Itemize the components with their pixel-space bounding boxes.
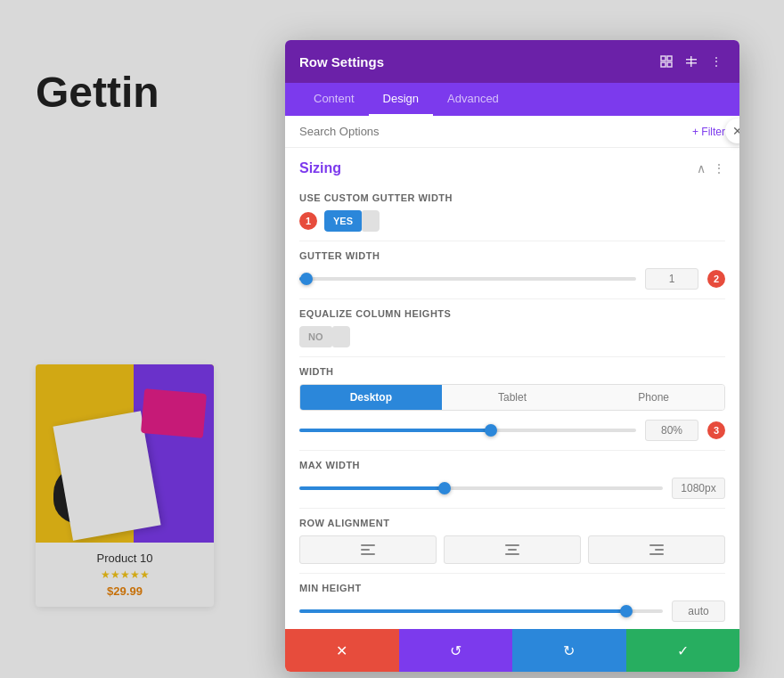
equalize-thumb (332, 326, 350, 347)
max-width-fill (299, 486, 445, 490)
custom-gutter-toggle[interactable]: YES (324, 210, 380, 232)
svg-rect-7 (361, 544, 375, 546)
align-left-button[interactable] (299, 535, 437, 564)
svg-rect-8 (361, 549, 370, 551)
custom-gutter-label: Use Custom Gutter Width (299, 192, 725, 203)
min-height-fill (299, 609, 626, 613)
undo-icon: ↺ (450, 642, 461, 659)
svg-rect-9 (361, 553, 375, 555)
cancel-button[interactable]: ✕ (285, 629, 399, 672)
device-tabs: Desktop Tablet Phone (299, 384, 725, 411)
custom-gutter-row: Use Custom Gutter Width 1 YES (285, 184, 739, 241)
gutter-width-slider[interactable] (299, 277, 636, 281)
device-tab-phone[interactable]: Phone (583, 385, 724, 410)
section-more-icon[interactable]: ⋮ (713, 161, 725, 176)
width-row: Width Desktop Tablet Phone 80% 3 (285, 357, 739, 450)
max-width-slider[interactable] (299, 486, 663, 490)
toggle-thumb (362, 210, 380, 232)
gutter-width-label: Gutter Width (299, 250, 725, 261)
modal-header: Row Settings ⋮ (285, 40, 739, 83)
toggle-yes: YES (324, 210, 362, 232)
min-height-slider-row: auto (299, 600, 725, 622)
save-icon: ✓ (677, 642, 689, 659)
align-right-button[interactable] (588, 535, 725, 564)
width-fill (299, 429, 491, 432)
undo-button[interactable]: ↺ (399, 629, 513, 672)
max-width-row: Max Width 1080px (285, 451, 739, 508)
save-button[interactable]: ✓ (626, 629, 740, 672)
grid-icon[interactable] (682, 53, 700, 70)
svg-rect-15 (649, 553, 664, 555)
svg-rect-0 (661, 56, 666, 61)
min-height-value: auto (672, 600, 725, 622)
gutter-thumb[interactable] (300, 273, 313, 285)
min-height-thumb[interactable] (620, 605, 633, 617)
search-input[interactable] (299, 125, 692, 138)
width-badge: 3 (707, 421, 725, 439)
gutter-value: 1 (645, 268, 698, 290)
tab-advanced[interactable]: Advanced (433, 83, 513, 116)
svg-rect-10 (505, 544, 519, 546)
max-width-slider-row: 1080px (299, 478, 725, 499)
toggle-no: NO (299, 326, 332, 347)
width-slider[interactable] (299, 429, 636, 432)
more-icon[interactable]: ⋮ (707, 53, 725, 70)
max-width-value: 1080px (672, 478, 725, 499)
width-thumb[interactable] (485, 424, 497, 437)
gutter-width-row: Gutter Width 1 2 (285, 241, 739, 298)
fullscreen-icon[interactable] (657, 53, 675, 70)
equalize-label: Equalize Column Heights (299, 308, 725, 319)
gutter-width-slider-row: 1 2 (299, 268, 725, 290)
filter-button[interactable]: + Filter (692, 126, 725, 138)
alignment-options (299, 535, 725, 564)
custom-gutter-badge: 1 (299, 212, 317, 230)
max-width-label: Max Width (299, 460, 725, 470)
collapse-icon[interactable]: ∧ (697, 161, 706, 176)
width-value: 80% (645, 420, 698, 441)
cancel-icon: ✕ (336, 642, 347, 659)
row-alignment-row: Row Alignment (285, 509, 739, 573)
svg-rect-12 (505, 553, 519, 555)
equalize-row: Equalize Column Heights NO (285, 299, 739, 356)
svg-rect-11 (508, 549, 517, 551)
equalize-toggle-container: NO (299, 326, 725, 347)
modal-tabs: Content Design Advanced (285, 83, 739, 116)
min-height-row: Min Height auto (285, 574, 739, 629)
width-label: Width (299, 366, 725, 377)
section-title: Sizing (299, 160, 341, 176)
max-width-thumb[interactable] (438, 482, 451, 494)
tab-content[interactable]: Content (299, 83, 369, 116)
gutter-width-badge: 2 (707, 270, 725, 288)
svg-rect-14 (655, 549, 664, 551)
device-tab-desktop[interactable]: Desktop (300, 385, 442, 410)
modal-footer: ✕ ↺ ↻ ✓ (285, 629, 739, 672)
modal-title: Row Settings (299, 54, 384, 69)
svg-rect-3 (667, 62, 672, 67)
equalize-toggle[interactable]: NO (299, 326, 350, 347)
header-icons: ⋮ (657, 53, 725, 70)
row-alignment-label: Row Alignment (299, 518, 725, 528)
tab-design[interactable]: Design (369, 83, 433, 116)
section-actions: ∧ ⋮ (697, 161, 725, 176)
custom-gutter-toggle-container: 1 YES (299, 210, 725, 232)
search-bar: + Filter (285, 116, 739, 148)
row-settings-modal: Row Settings ⋮ Content De (285, 40, 739, 672)
min-height-label: Min Height (299, 583, 725, 593)
width-slider-row: 80% 3 (299, 420, 725, 441)
filter-label: + Filter (692, 126, 725, 138)
min-height-slider[interactable] (299, 609, 663, 613)
svg-rect-1 (667, 56, 672, 61)
align-center-button[interactable] (444, 535, 581, 564)
modal-body: Sizing ∧ ⋮ Use Custom Gutter Width 1 YES… (285, 148, 739, 629)
device-tab-tablet[interactable]: Tablet (442, 385, 584, 410)
svg-rect-13 (649, 544, 664, 546)
redo-button[interactable]: ↻ (512, 629, 626, 672)
section-sizing-header: Sizing ∧ ⋮ (285, 148, 739, 184)
svg-rect-2 (661, 62, 666, 67)
svg-rect-6 (690, 56, 692, 67)
redo-icon: ↻ (563, 642, 575, 659)
